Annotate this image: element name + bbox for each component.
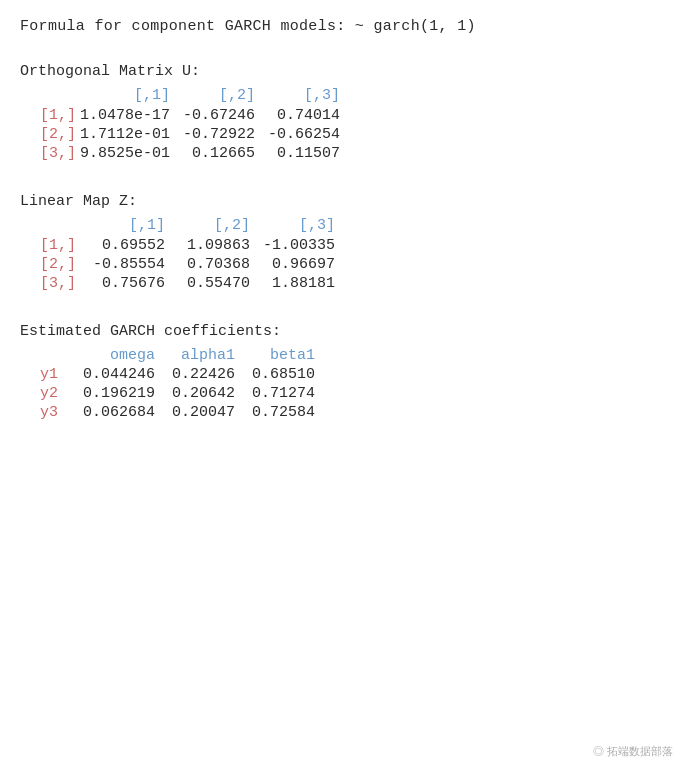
formula-text: Formula for component GARCH models: ~ ga… [20, 18, 476, 35]
cell-value: 0.75676 [80, 274, 165, 293]
col-header: [,2] [170, 86, 255, 106]
cell-value: 1.0478e-17 [80, 106, 170, 125]
formula-line: Formula for component GARCH models: ~ ga… [20, 18, 665, 35]
table-row: [2,]-0.855540.703680.96697 [40, 255, 335, 274]
col-header [40, 346, 75, 365]
garch-header: Estimated GARCH coefficients: [20, 323, 665, 340]
row-label: [3,] [40, 144, 80, 163]
cell-value: 0.22426 [155, 365, 235, 384]
row-label: [1,] [40, 236, 80, 255]
cell-value: 0.55470 [165, 274, 250, 293]
table-row: y30.0626840.200470.72584 [40, 403, 315, 422]
row-label: [2,] [40, 125, 80, 144]
orthogonal-section: Orthogonal Matrix U: [,1][,2][,3][1,]1.0… [20, 63, 665, 163]
row-label: [2,] [40, 255, 80, 274]
col-header: alpha1 [155, 346, 235, 365]
table-row: [1,]0.695521.09863-1.00335 [40, 236, 335, 255]
cell-value: 0.044246 [75, 365, 155, 384]
table-row: [3,]9.8525e-010.126650.11507 [40, 144, 340, 163]
cell-value: 0.74014 [255, 106, 340, 125]
linear-map-section: Linear Map Z: [,1][,2][,3][1,]0.695521.0… [20, 193, 665, 293]
cell-value: -0.66254 [255, 125, 340, 144]
cell-value: 0.70368 [165, 255, 250, 274]
row-label: y3 [40, 403, 75, 422]
col-header: [,1] [80, 86, 170, 106]
cell-value: -0.67246 [170, 106, 255, 125]
col-header: [,1] [80, 216, 165, 236]
table-row: [3,]0.756760.554701.88181 [40, 274, 335, 293]
orthogonal-header: Orthogonal Matrix U: [20, 63, 665, 80]
col-header [40, 86, 80, 106]
cell-value: 0.196219 [75, 384, 155, 403]
cell-value: 0.11507 [255, 144, 340, 163]
cell-value: 0.20047 [155, 403, 235, 422]
table-row: y10.0442460.224260.68510 [40, 365, 315, 384]
col-header: omega [75, 346, 155, 365]
cell-value: 1.09863 [165, 236, 250, 255]
row-label: y2 [40, 384, 75, 403]
col-header [40, 216, 80, 236]
cell-value: 0.72584 [235, 403, 315, 422]
table-row: [1,]1.0478e-17-0.672460.74014 [40, 106, 340, 125]
cell-value: -0.72922 [170, 125, 255, 144]
table-row: y20.1962190.206420.71274 [40, 384, 315, 403]
cell-value: 0.062684 [75, 403, 155, 422]
row-label: [3,] [40, 274, 80, 293]
cell-value: 1.7112e-01 [80, 125, 170, 144]
col-header: [,3] [255, 86, 340, 106]
table-row: [2,]1.7112e-01-0.72922-0.66254 [40, 125, 340, 144]
cell-value: -1.00335 [250, 236, 335, 255]
watermark: ◎ 拓端数据部落 [593, 744, 673, 759]
cell-value: 0.69552 [80, 236, 165, 255]
cell-value: 0.12665 [170, 144, 255, 163]
cell-value: 1.88181 [250, 274, 335, 293]
row-label: [1,] [40, 106, 80, 125]
cell-value: 0.20642 [155, 384, 235, 403]
col-header: beta1 [235, 346, 315, 365]
garch-section: Estimated GARCH coefficients: omegaalpha… [20, 323, 665, 422]
cell-value: 0.71274 [235, 384, 315, 403]
orthogonal-table: [,1][,2][,3][1,]1.0478e-17-0.672460.7401… [40, 86, 340, 163]
row-label: y1 [40, 365, 75, 384]
col-header: [,2] [165, 216, 250, 236]
cell-value: -0.85554 [80, 255, 165, 274]
garch-table: omegaalpha1beta1y10.0442460.224260.68510… [40, 346, 315, 422]
cell-value: 0.68510 [235, 365, 315, 384]
cell-value: 9.8525e-01 [80, 144, 170, 163]
cell-value: 0.96697 [250, 255, 335, 274]
col-header: [,3] [250, 216, 335, 236]
linear-map-header: Linear Map Z: [20, 193, 665, 210]
linear-map-table: [,1][,2][,3][1,]0.695521.09863-1.00335[2… [40, 216, 335, 293]
